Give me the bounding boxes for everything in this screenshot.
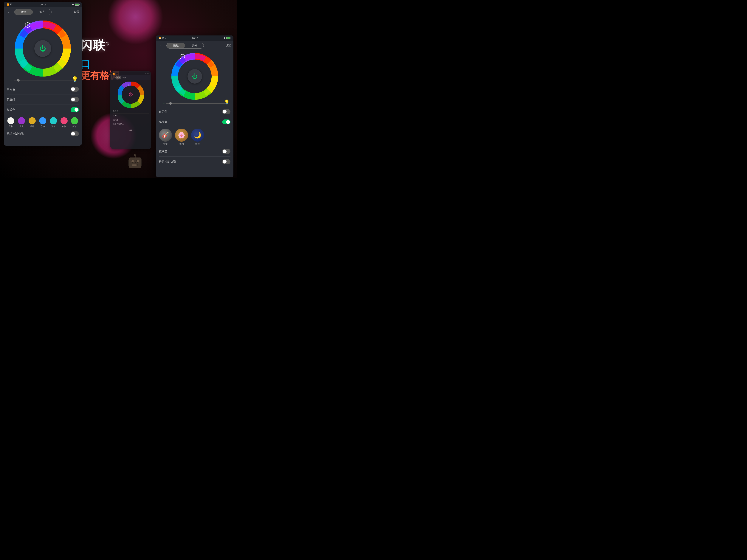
left-lamp-icon[interactable]: 💡 (72, 76, 78, 82)
left-settings-button[interactable]: 设置 (74, 10, 79, 14)
right-mood-soft-label: 柔和 (179, 142, 184, 145)
right-group-label: 群组控制功能 (159, 160, 176, 163)
left-swatch-read-label: 阅读 (73, 125, 77, 128)
mini-back: ← (112, 76, 114, 79)
right-wifi-icon: 📶 (159, 37, 161, 39)
mini-header: ← 播放 调光 (111, 75, 150, 80)
right-status-bar: 📶 🖼 ○ 20:15 ⬢ (156, 35, 233, 41)
right-add-button[interactable]: + (180, 54, 185, 59)
right-header: ← 播放 调光 设置 (156, 41, 233, 50)
left-swatch-warm[interactable]: 温馨 (29, 117, 36, 128)
bluetooth-icon: ⬢ (72, 3, 74, 6)
left-mode-toggle[interactable] (71, 107, 79, 112)
right-back-button[interactable]: ← (158, 44, 164, 48)
right-group-toggle[interactable] (222, 159, 230, 164)
right-mood-soft[interactable]: 🌸 柔和 (175, 129, 188, 145)
left-swatch-soft[interactable]: 柔和 (7, 117, 15, 128)
left-header: ← 播放 调光 设置 (4, 7, 82, 17)
mini-phone-inner: 📶 14:42 ← 播放 调光 (110, 71, 151, 133)
left-flash-toggle[interactable] (71, 87, 79, 92)
left-setting-row-mode: 模式色 (7, 105, 79, 115)
left-brightness-slider: − (10, 78, 75, 82)
mini-tab-play: 播放 (115, 76, 121, 79)
left-brightness-minus[interactable]: − (10, 78, 12, 82)
left-swatch-romance-label: 浪漫 (20, 125, 24, 128)
mini-item-2: 氛围灯 (113, 113, 149, 118)
left-swatch-warm-circle (29, 117, 36, 124)
right-mood-romance[interactable]: 🌙 浪漫 (191, 129, 204, 145)
right-mode-toggle[interactable] (222, 149, 230, 154)
left-power-button[interactable]: ⏻ (34, 40, 51, 57)
left-settings-list: 自闪色 氛围灯 模式色 柔和 浪漫 温馨 (4, 84, 82, 139)
svg-text:+: + (127, 84, 128, 86)
mini-phone: 📶 14:42 ← 播放 调光 (110, 71, 151, 149)
mini-item-4: 群组控制功... (113, 122, 149, 126)
right-mood-images: 🎸 摇滚 🌸 柔和 🌙 浪漫 (159, 127, 230, 146)
mini-time: 14:42 (144, 73, 149, 75)
right-bluetooth-icon: ⬢ (224, 37, 226, 39)
right-lamp-icon[interactable]: 💡 (224, 100, 230, 105)
right-mood-rock[interactable]: 🎸 摇滚 (159, 129, 172, 145)
left-ambient-toggle[interactable] (71, 97, 79, 102)
left-swatch-romance[interactable]: 浪漫 (18, 117, 25, 128)
circle-icon: ○ (13, 3, 14, 6)
left-tab-dim[interactable]: 调光 (33, 9, 51, 15)
right-settings-button[interactable]: 设置 (226, 44, 231, 47)
mini-status: 📶 14:42 (111, 72, 150, 75)
right-brightness-thumb (169, 102, 172, 105)
left-ambient-label: 氛围灯 (7, 98, 15, 101)
right-mood-romance-label: 浪漫 (195, 142, 200, 145)
right-status-icons: ⬢ (72, 3, 79, 6)
right-time: 20:15 (192, 37, 198, 39)
right-tab-play[interactable]: 播放 (166, 43, 185, 48)
left-swatch-calm-circle (39, 117, 46, 124)
left-swatch-read[interactable]: 阅读 (71, 117, 78, 128)
right-tab-group: 播放 调光 (166, 43, 204, 49)
android-robot: 🤖 (127, 153, 143, 168)
left-mode-label: 模式色 (7, 108, 15, 112)
left-swatch-read-circle (71, 117, 78, 124)
left-mode-swatches: 柔和 浪漫 温馨 宁静 清新 欢快 (7, 115, 79, 129)
left-tab-play[interactable]: 播放 (15, 9, 33, 15)
right-power-icon: ⏻ (192, 73, 198, 80)
left-status-bar: 📶 🖼 ○ 20:15 ⬢ (4, 2, 82, 7)
left-phone: 📶 🖼 ○ 20:15 ⬢ ← 播放 调光 设置 (4, 2, 82, 145)
right-ambient-label: 氛围灯 (159, 120, 167, 124)
right-flash-toggle[interactable] (222, 109, 230, 114)
right-power-button[interactable]: ⏻ (187, 69, 202, 84)
right-tab-dim[interactable]: 调光 (185, 43, 204, 48)
right-ambient-toggle[interactable] (222, 119, 230, 124)
right-mood-rock-label: 摇滚 (163, 142, 168, 145)
left-brightness-track[interactable] (14, 80, 75, 80)
left-swatch-fresh[interactable]: 清新 (50, 117, 57, 128)
left-color-wheel-container: + ⏻ (15, 21, 71, 77)
right-battery-icon (226, 37, 230, 39)
right-color-wheel-section: + ⏻ − 💡 (156, 50, 233, 107)
right-status-icons-left: 📶 🖼 ○ (159, 37, 166, 39)
left-add-button[interactable]: + (25, 22, 30, 28)
battery-icon (75, 4, 79, 6)
right-setting-row-flash: 自闪色 (159, 107, 230, 117)
left-swatch-happy-label: 欢快 (62, 125, 66, 128)
left-swatch-fresh-label: 清新 (51, 125, 55, 128)
image-icon: 🖼 (10, 3, 12, 6)
left-setting-row-flash: 自闪色 (7, 84, 79, 95)
left-swatch-happy[interactable]: 欢快 (60, 117, 68, 128)
right-brightness-minus[interactable]: − (162, 101, 165, 105)
left-group-label: 群组控制功能 (7, 132, 24, 135)
right-flash-label: 自闪色 (159, 110, 167, 113)
right-brightness-track[interactable] (166, 103, 227, 104)
left-swatch-calm[interactable]: 宁静 (39, 117, 46, 128)
right-circle-icon: ○ (165, 37, 166, 39)
left-swatch-happy-circle (60, 117, 68, 124)
left-swatch-romance-circle (18, 117, 25, 124)
mini-tab-dim: 调光 (123, 76, 126, 79)
left-group-toggle[interactable] (71, 131, 79, 136)
cloud-icon: ☁ (129, 128, 133, 132)
left-time: 20:15 (40, 3, 46, 6)
left-swatch-soft-circle (7, 117, 15, 124)
right-status-icons-right: ⬢ (224, 37, 230, 39)
left-back-button[interactable]: ← (6, 10, 12, 14)
mini-status-icons: 📶 (112, 73, 115, 75)
right-brightness-slider: − (162, 101, 227, 105)
